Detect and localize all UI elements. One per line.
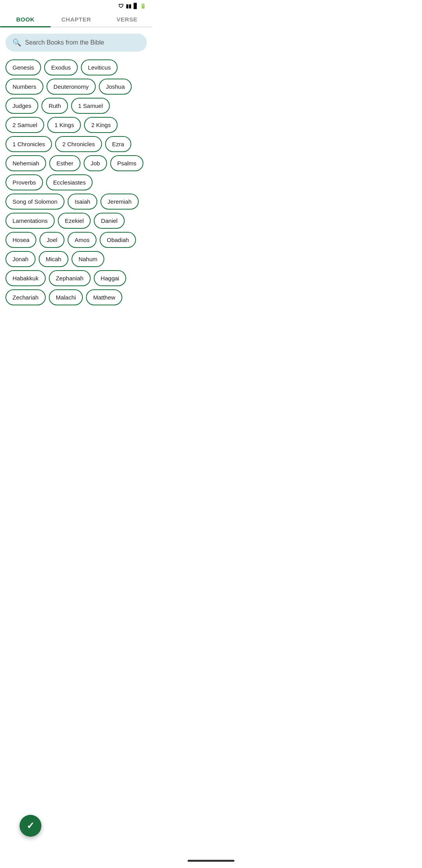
tab-book[interactable]: BOOK	[0, 11, 51, 27]
book-row: JudgesRuth1 Samuel	[5, 98, 147, 114]
book-button-2-chronicles[interactable]: 2 Chronicles	[55, 136, 102, 152]
book-button-exodus[interactable]: Exodus	[44, 59, 78, 75]
book-button-lamentations[interactable]: Lamentations	[5, 213, 55, 229]
book-row: JonahMicahNahum	[5, 251, 147, 267]
book-button-judges[interactable]: Judges	[5, 98, 38, 114]
book-button-habakkuk[interactable]: Habakkuk	[5, 270, 46, 286]
book-button-1-chronicles[interactable]: 1 Chronicles	[5, 136, 52, 152]
book-button-ruth[interactable]: Ruth	[41, 98, 68, 114]
book-button-numbers[interactable]: Numbers	[5, 79, 43, 95]
book-button-matthew[interactable]: Matthew	[86, 289, 122, 305]
book-button-ezra[interactable]: Ezra	[105, 136, 131, 152]
status-icons: 🛡 ▮▮ ▊ 🔋	[118, 3, 146, 9]
book-button-hosea[interactable]: Hosea	[5, 232, 36, 248]
book-button-1-samuel[interactable]: 1 Samuel	[71, 98, 110, 114]
book-button-jeremiah[interactable]: Jeremiah	[100, 194, 139, 210]
battery-icon: ▮▮	[126, 3, 131, 9]
shield-icon: 🛡	[118, 3, 123, 9]
status-bar: 🛡 ▮▮ ▊ 🔋	[0, 0, 152, 11]
book-button-daniel[interactable]: Daniel	[94, 213, 125, 229]
tab-bar: BOOK CHAPTER VERSE	[0, 11, 152, 27]
search-input[interactable]	[25, 39, 140, 46]
book-button-ezekiel[interactable]: Ezekiel	[58, 213, 91, 229]
book-row: ProverbsEcclesiastes	[5, 174, 147, 190]
book-button-genesis[interactable]: Genesis	[5, 59, 41, 75]
book-button-haggai[interactable]: Haggai	[94, 270, 127, 286]
book-button-ecclesiastes[interactable]: Ecclesiastes	[46, 174, 93, 190]
book-button-joel[interactable]: Joel	[39, 232, 64, 248]
book-button-nehemiah[interactable]: Nehemiah	[5, 155, 46, 171]
book-button-song-of-solomon[interactable]: Song of Solomon	[5, 194, 64, 210]
book-button-psalms[interactable]: Psalms	[110, 155, 143, 171]
signal-icon: ▊	[134, 3, 138, 9]
book-button-proverbs[interactable]: Proverbs	[5, 174, 43, 190]
search-icon: 🔍	[13, 38, 21, 47]
book-row: NehemiahEstherJobPsalms	[5, 155, 147, 171]
book-button-malachi[interactable]: Malachi	[49, 289, 83, 305]
book-button-zephaniah[interactable]: Zephaniah	[49, 270, 91, 286]
book-row: NumbersDeuteronomyJoshua	[5, 79, 147, 95]
tab-chapter[interactable]: CHAPTER	[51, 11, 102, 27]
book-button-isaiah[interactable]: Isaiah	[68, 194, 97, 210]
book-row: HoseaJoelAmosObadiah	[5, 232, 147, 248]
book-button-1-kings[interactable]: 1 Kings	[47, 117, 81, 133]
books-grid: GenesisExodusLeviticusNumbersDeuteronomy…	[0, 58, 152, 344]
book-button-micah[interactable]: Micah	[39, 251, 68, 267]
book-button-amos[interactable]: Amos	[68, 232, 97, 248]
book-row: GenesisExodusLeviticus	[5, 59, 147, 75]
book-row: LamentationsEzekielDaniel	[5, 213, 147, 229]
book-button-esther[interactable]: Esther	[49, 155, 80, 171]
book-button-joshua[interactable]: Joshua	[99, 79, 132, 95]
book-row: HabakkukZephaniahHaggai	[5, 270, 147, 286]
search-container: 🔍	[5, 34, 147, 52]
book-button-nahum[interactable]: Nahum	[72, 251, 104, 267]
book-button-2-kings[interactable]: 2 Kings	[84, 117, 118, 133]
book-button-leviticus[interactable]: Leviticus	[81, 59, 118, 75]
book-button-2-samuel[interactable]: 2 Samuel	[5, 117, 44, 133]
wifi-icon: 🔋	[140, 3, 146, 9]
book-row: ZechariahMalachiMatthew	[5, 289, 147, 305]
book-button-zechariah[interactable]: Zechariah	[5, 289, 46, 305]
tab-verse[interactable]: VERSE	[102, 11, 152, 27]
book-row: 1 Chronicles2 ChroniclesEzra	[5, 136, 147, 152]
book-button-jonah[interactable]: Jonah	[5, 251, 36, 267]
book-button-deuteronomy[interactable]: Deuteronomy	[46, 79, 96, 95]
book-row: 2 Samuel1 Kings2 Kings	[5, 117, 147, 133]
book-button-obadiah[interactable]: Obadiah	[100, 232, 136, 248]
book-button-job[interactable]: Job	[84, 155, 107, 171]
book-row: Song of SolomonIsaiahJeremiah	[5, 194, 147, 210]
